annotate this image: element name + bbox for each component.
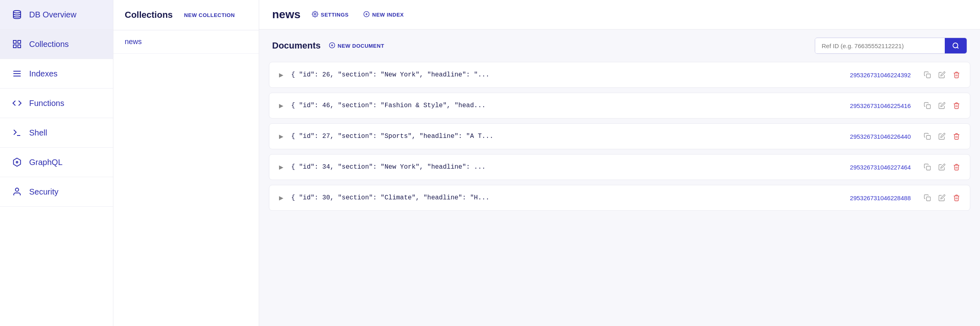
- document-ref[interactable]: 295326731046226440: [830, 133, 911, 140]
- trash-icon: [953, 163, 960, 171]
- sidebar-item-shell[interactable]: Shell: [0, 118, 113, 148]
- table-row: ▶ { "id": 46, "section": "Fashion & Styl…: [269, 93, 970, 119]
- sidebar-item-collections[interactable]: Collections: [0, 30, 113, 59]
- edit-icon: [938, 102, 946, 109]
- table-row: ▶ { "id": 27, "section": "Sports", "head…: [269, 123, 970, 149]
- expand-icon[interactable]: ▶: [277, 72, 285, 78]
- settings-label: SETTINGS: [321, 12, 349, 18]
- edit-document-button[interactable]: [937, 70, 947, 80]
- svg-rect-21: [927, 74, 931, 78]
- svg-rect-22: [927, 105, 931, 109]
- expand-icon[interactable]: ▶: [277, 195, 285, 201]
- gear-icon: [312, 11, 318, 19]
- new-index-button[interactable]: NEW INDEX: [360, 9, 407, 20]
- sidebar-item-functions[interactable]: Functions: [0, 89, 113, 118]
- search-icon: [952, 42, 959, 49]
- svg-rect-23: [927, 135, 931, 140]
- new-document-button[interactable]: NEW DOCUMENT: [329, 42, 384, 50]
- sidebar-item-label: Indexes: [29, 69, 58, 78]
- edit-icon: [938, 194, 946, 201]
- main-header: news SETTINGS NEW INDEX: [259, 0, 980, 30]
- sidebar: DB Overview Collections Indexes Function…: [0, 0, 113, 326]
- sidebar-item-indexes[interactable]: Indexes: [0, 59, 113, 89]
- edit-icon: [938, 163, 946, 171]
- edit-document-button[interactable]: [937, 100, 947, 111]
- svg-line-20: [957, 47, 958, 48]
- document-actions: [922, 131, 962, 142]
- svg-point-19: [953, 43, 958, 48]
- new-collection-button[interactable]: NEW COLLECTION: [181, 11, 238, 20]
- sidebar-item-db-overview[interactable]: DB Overview: [0, 0, 113, 30]
- document-actions: [922, 100, 962, 111]
- svg-rect-1: [13, 40, 16, 43]
- expand-icon[interactable]: ▶: [277, 133, 285, 140]
- delete-document-button[interactable]: [951, 162, 962, 172]
- edit-document-button[interactable]: [937, 162, 947, 172]
- copy-document-button[interactable]: [922, 131, 933, 142]
- svg-rect-25: [927, 197, 931, 201]
- document-preview: { "id": 30, "section": "Climate", "headl…: [291, 194, 823, 201]
- expand-icon[interactable]: ▶: [277, 164, 285, 170]
- copy-document-button[interactable]: [922, 162, 933, 172]
- documents-title: Documents: [272, 40, 321, 51]
- copy-document-button[interactable]: [922, 100, 933, 111]
- plus-circle-small-icon: [329, 42, 335, 50]
- sidebar-item-label: GraphQL: [29, 158, 62, 167]
- delete-document-button[interactable]: [951, 131, 962, 142]
- graphql-icon: [11, 157, 23, 168]
- copy-icon: [924, 71, 931, 78]
- delete-document-button[interactable]: [951, 100, 962, 111]
- edit-document-button[interactable]: [937, 131, 947, 142]
- delete-document-button[interactable]: [951, 70, 962, 80]
- delete-document-button[interactable]: [951, 193, 962, 203]
- document-actions: [922, 70, 962, 80]
- table-row: ▶ { "id": 26, "section": "New York", "he…: [269, 62, 970, 88]
- search-bar: [815, 38, 967, 54]
- document-ref[interactable]: 295326731046225416: [830, 102, 911, 109]
- document-ref[interactable]: 295326731046228488: [830, 195, 911, 201]
- svg-rect-24: [927, 166, 931, 170]
- search-input[interactable]: [815, 38, 945, 53]
- trash-icon: [953, 133, 960, 140]
- collections-panel-title: Collections: [125, 10, 173, 20]
- grid-icon: [11, 38, 23, 50]
- document-preview: { "id": 26, "section": "New York", "head…: [291, 71, 823, 78]
- edit-document-button[interactable]: [937, 193, 947, 203]
- copy-icon: [924, 163, 931, 171]
- document-preview: { "id": 27, "section": "Sports", "headli…: [291, 133, 823, 140]
- sidebar-item-label: Security: [29, 187, 58, 197]
- database-icon: [11, 9, 23, 20]
- sidebar-item-label: Functions: [29, 99, 64, 108]
- copy-document-button[interactable]: [922, 193, 933, 203]
- collection-item-news[interactable]: news: [113, 30, 259, 54]
- list-icon: [11, 68, 23, 79]
- expand-icon[interactable]: ▶: [277, 102, 285, 109]
- new-document-label: NEW DOCUMENT: [338, 43, 384, 49]
- security-icon: [11, 186, 23, 197]
- sidebar-item-label: Collections: [29, 40, 69, 49]
- collection-name-title: news: [272, 8, 300, 21]
- svg-point-12: [314, 13, 316, 15]
- trash-icon: [953, 102, 960, 109]
- trash-icon: [953, 194, 960, 201]
- edit-icon: [938, 71, 946, 78]
- svg-rect-4: [18, 45, 21, 48]
- document-actions: [922, 193, 962, 203]
- terminal-icon: [11, 127, 23, 138]
- sidebar-item-graphql[interactable]: GraphQL: [0, 148, 113, 177]
- svg-rect-2: [18, 40, 21, 43]
- main-content: news SETTINGS NEW INDEX Docu: [259, 0, 980, 326]
- trash-icon: [953, 71, 960, 78]
- svg-point-0: [13, 11, 21, 13]
- settings-button[interactable]: SETTINGS: [309, 9, 352, 20]
- sidebar-item-security[interactable]: Security: [0, 177, 113, 207]
- copy-document-button[interactable]: [922, 70, 933, 80]
- svg-point-11: [15, 188, 19, 191]
- svg-point-10: [16, 161, 18, 163]
- document-ref[interactable]: 295326731046224392: [830, 72, 911, 78]
- collections-header: Collections NEW COLLECTION: [113, 0, 259, 30]
- search-button[interactable]: [945, 38, 967, 53]
- copy-icon: [924, 194, 931, 201]
- document-ref[interactable]: 295326731046227464: [830, 164, 911, 171]
- table-row: ▶ { "id": 34, "section": "New York", "he…: [269, 154, 970, 180]
